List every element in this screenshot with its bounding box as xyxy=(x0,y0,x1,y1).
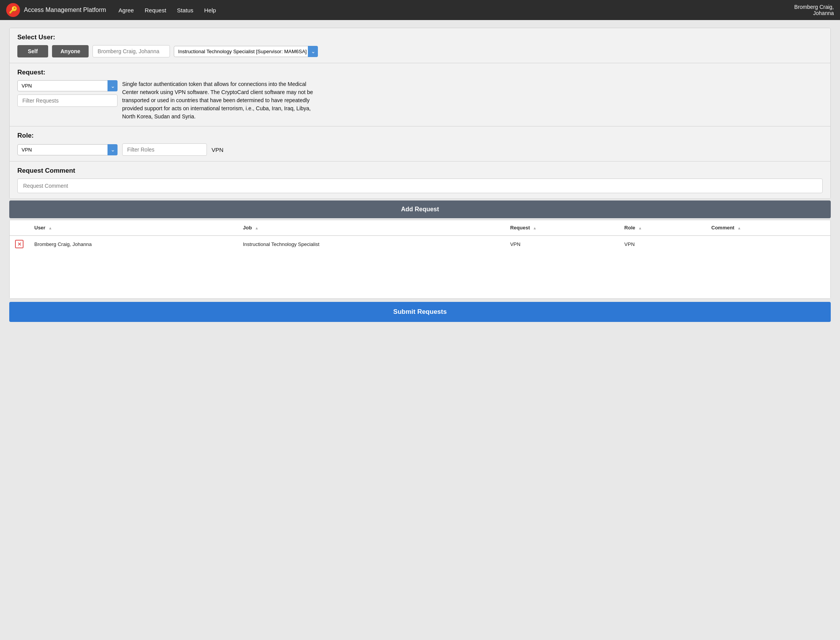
request-dropdown[interactable]: VPN xyxy=(17,80,118,91)
col-user: User ▲ xyxy=(29,220,237,236)
filter-roles-input[interactable] xyxy=(122,143,207,156)
request-sort-icon[interactable]: ▲ xyxy=(533,226,537,230)
nav-agree[interactable]: Agree xyxy=(118,7,134,13)
navbar: 🔑 Access Management Platform Agree Reque… xyxy=(0,0,840,20)
nav-request[interactable]: Request xyxy=(144,7,166,13)
brand-icon: 🔑 xyxy=(6,3,20,17)
role-display-name: VPN xyxy=(212,147,223,153)
request-dropdown-wrapper: VPN xyxy=(17,80,118,91)
select-user-label: Select User: xyxy=(17,34,823,41)
filter-requests-input[interactable] xyxy=(17,94,118,107)
key-icon: 🔑 xyxy=(9,6,17,14)
requests-table-container: User ▲ Job ▲ Request ▲ Role ▲ xyxy=(9,220,831,299)
job-sort-icon[interactable]: ▲ xyxy=(255,226,259,230)
request-label: Request: xyxy=(17,69,823,76)
role-label: Role: xyxy=(17,132,823,140)
select-user-section: Select User: Self Anyone Instructional T… xyxy=(9,28,831,199)
delete-row-button[interactable]: ✕ xyxy=(15,240,24,248)
request-controls: VPN xyxy=(17,80,118,107)
cell-user: Bromberg Craig, Johanna xyxy=(29,236,237,252)
main-content: Select User: Self Anyone Instructional T… xyxy=(0,20,840,330)
request-block: Request: VPN Single factor authenticatio… xyxy=(10,63,830,126)
table-body: ✕ Bromberg Craig, Johanna Instructional … xyxy=(10,236,830,252)
table-empty-area xyxy=(10,252,830,298)
job-dropdown[interactable]: Instructional Technology Specialist [Sup… xyxy=(174,46,318,57)
requests-table: User ▲ Job ▲ Request ▲ Role ▲ xyxy=(10,220,830,252)
submit-requests-button[interactable]: Submit Requests xyxy=(9,302,831,322)
col-job: Job ▲ xyxy=(237,220,504,236)
nav-status[interactable]: Status xyxy=(177,7,193,13)
role-sort-icon[interactable]: ▲ xyxy=(638,226,642,230)
cell-job: Instructional Technology Specialist xyxy=(237,236,504,252)
role-dropdown-wrapper: VPN xyxy=(17,144,118,155)
comment-sort-icon[interactable]: ▲ xyxy=(738,226,741,230)
navbar-left: 🔑 Access Management Platform Agree Reque… xyxy=(6,3,216,17)
col-delete xyxy=(10,220,29,236)
role-row: VPN VPN xyxy=(17,143,823,156)
role-dropdown[interactable]: VPN xyxy=(17,144,118,155)
delete-cell: ✕ xyxy=(10,236,29,252)
table-row: ✕ Bromberg Craig, Johanna Instructional … xyxy=(10,236,830,252)
anyone-button[interactable]: Anyone xyxy=(52,45,89,57)
navbar-brand: 🔑 Access Management Platform xyxy=(6,3,106,17)
request-description: Single factor authentication token that … xyxy=(122,80,323,121)
cell-role: VPN xyxy=(619,236,706,252)
comment-input[interactable] xyxy=(17,179,823,193)
self-button[interactable]: Self xyxy=(17,45,48,57)
col-request: Request ▲ xyxy=(505,220,619,236)
brand-title: Access Management Platform xyxy=(24,7,106,13)
current-user: Bromberg Craig, Johanna xyxy=(794,4,834,16)
table-header-row: User ▲ Job ▲ Request ▲ Role ▲ xyxy=(10,220,830,236)
nav-links: Agree Request Status Help xyxy=(118,7,216,13)
col-role: Role ▲ xyxy=(619,220,706,236)
user-name-field[interactable] xyxy=(92,45,170,57)
select-user-block: Select User: Self Anyone Instructional T… xyxy=(10,28,830,63)
nav-help[interactable]: Help xyxy=(204,7,216,13)
comment-label: Request Comment xyxy=(17,167,823,175)
user-sort-icon[interactable]: ▲ xyxy=(49,226,52,230)
cell-request: VPN xyxy=(505,236,619,252)
request-row: VPN Single factor authentication token t… xyxy=(17,80,823,121)
select-user-row: Self Anyone Instructional Technology Spe… xyxy=(17,45,823,57)
add-request-button[interactable]: Add Request xyxy=(9,200,831,218)
comment-block: Request Comment xyxy=(10,162,830,199)
cell-comment xyxy=(706,236,830,252)
role-block: Role: VPN VPN xyxy=(10,126,830,162)
job-dropdown-wrapper: Instructional Technology Specialist [Sup… xyxy=(174,46,318,57)
col-comment: Comment ▲ xyxy=(706,220,830,236)
